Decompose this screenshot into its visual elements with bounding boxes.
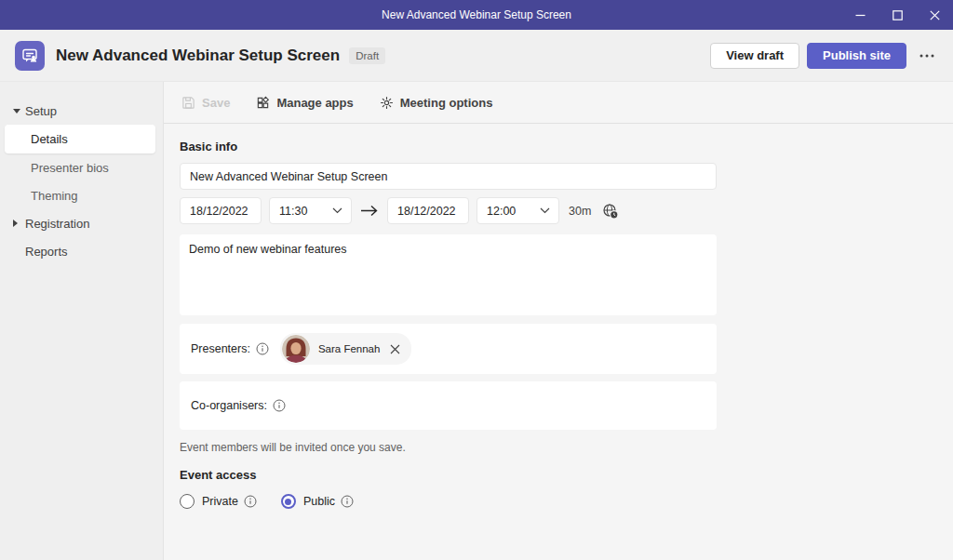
sidebar-item-label: Presenter bios — [31, 161, 109, 175]
close-icon[interactable] — [916, 0, 953, 30]
chevron-down-icon — [332, 207, 342, 214]
app-header: New Advanced Webinar Setup Screen Draft … — [0, 30, 953, 82]
webinar-app-icon — [15, 41, 45, 71]
sidebar-item-label: Registration — [25, 217, 89, 231]
presenter-name: Sara Fennah — [318, 343, 381, 354]
floppy-disk-icon — [181, 96, 195, 110]
radio-public-label: Public — [303, 495, 335, 508]
event-access-radio-group: Private Public — [180, 494, 953, 509]
datetime-row: 11:30 12:00 30m — [180, 197, 953, 224]
manage-apps-label: Manage apps — [276, 96, 353, 110]
radio-private[interactable]: Private — [180, 494, 257, 509]
info-circle-icon[interactable] — [256, 342, 269, 355]
end-date-input[interactable] — [387, 197, 469, 224]
coorganisers-field[interactable]: Co-organisers: — [180, 381, 717, 430]
basic-info-heading: Basic info — [180, 140, 953, 154]
start-time-dropdown[interactable]: 11:30 — [269, 197, 352, 224]
save-label: Save — [202, 96, 230, 110]
sidebar-item-label: Theming — [31, 189, 78, 203]
toolbar: Save Manage apps Meeting options — [164, 82, 953, 124]
radio-private-label: Private — [202, 495, 238, 508]
gear-icon — [380, 96, 394, 110]
event-title-input[interactable] — [180, 163, 717, 190]
sidebar-item-setup[interactable]: Setup — [0, 97, 163, 125]
window-title: New Advanced Webinar Setup Screen — [0, 8, 953, 21]
sidebar-item-label: Reports — [25, 245, 68, 259]
sidebar-item-theming[interactable]: Theming — [0, 181, 163, 209]
apps-grid-icon — [256, 96, 270, 110]
radio-public[interactable]: Public — [281, 494, 354, 509]
x-dismiss-icon[interactable] — [388, 342, 402, 356]
sidebar-item-registration[interactable]: Registration — [0, 209, 163, 237]
presenters-label: Presenters: — [191, 342, 250, 355]
minimize-icon[interactable] — [841, 0, 879, 30]
radio-public-circle[interactable] — [281, 494, 296, 509]
end-time-dropdown[interactable]: 12:00 — [476, 197, 559, 224]
save-helper-text: Event members will be invited once you s… — [180, 441, 953, 455]
sidebar-item-details[interactable]: Details — [5, 125, 155, 153]
manage-apps-button[interactable]: Manage apps — [256, 96, 353, 110]
end-time-value: 12:00 — [487, 205, 516, 218]
sidebar-item-presenter-bios[interactable]: Presenter bios — [0, 153, 163, 181]
publish-site-button[interactable]: Publish site — [807, 43, 906, 69]
save-button[interactable]: Save — [181, 96, 230, 110]
start-date-input[interactable] — [180, 197, 262, 224]
view-draft-button[interactable]: View draft — [710, 43, 799, 69]
description-textarea[interactable]: Demo of new webinar features — [180, 234, 717, 315]
radio-private-circle[interactable] — [180, 494, 195, 509]
sidebar-nav: Setup Details Presenter bios Theming Reg… — [0, 82, 164, 560]
chevron-expanded-icon — [13, 109, 25, 113]
info-circle-icon[interactable] — [244, 495, 257, 508]
chevron-collapsed-icon — [13, 220, 25, 227]
meeting-options-label: Meeting options — [400, 96, 493, 110]
arrow-right-icon — [360, 205, 379, 217]
start-time-value: 11:30 — [279, 205, 307, 218]
avatar — [282, 335, 310, 363]
status-badge: Draft — [349, 47, 385, 64]
main-panel: Save Manage apps Meeting options Basic i… — [164, 82, 953, 560]
chevron-down-icon — [540, 207, 550, 214]
sidebar-item-reports[interactable]: Reports — [0, 237, 163, 265]
sidebar-item-label: Details — [31, 132, 68, 146]
info-circle-icon[interactable] — [341, 495, 354, 508]
page-title: New Advanced Webinar Setup Screen — [56, 47, 340, 65]
presenters-field[interactable]: Presenters: — [180, 324, 717, 374]
details-form: Basic info 11:30 12:00 30m — [164, 124, 953, 509]
info-circle-icon[interactable] — [273, 399, 286, 412]
event-access-heading: Event access — [180, 468, 953, 483]
presenter-chip: Sara Fennah — [280, 333, 412, 365]
maximize-icon[interactable] — [879, 0, 916, 30]
coorganisers-label: Co-organisers: — [191, 399, 267, 412]
more-options-icon[interactable] — [916, 43, 938, 69]
globe-clock-icon[interactable] — [602, 203, 619, 220]
duration-label: 30m — [569, 205, 591, 218]
meeting-options-button[interactable]: Meeting options — [380, 96, 493, 110]
sidebar-item-label: Setup — [25, 104, 57, 118]
window-titlebar: New Advanced Webinar Setup Screen — [0, 0, 953, 30]
